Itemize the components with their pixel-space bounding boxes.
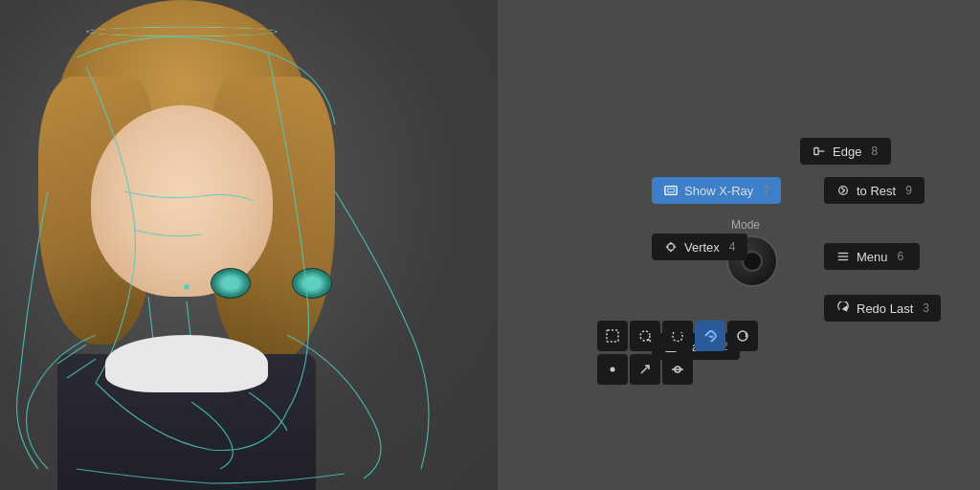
circle-select-tool[interactable] (630, 321, 660, 351)
vertex-button[interactable]: Vertex 4 (652, 234, 747, 260)
svg-line-23 (648, 339, 651, 342)
svg-rect-21 (607, 330, 618, 342)
extrude-tool[interactable] (630, 354, 660, 385)
to-rest-button[interactable]: to Rest 9 (824, 177, 924, 204)
mode-label: Mode (731, 218, 760, 232)
toolbar-row-2 (597, 354, 758, 385)
svg-point-10 (668, 244, 675, 251)
link-tool[interactable] (695, 321, 725, 351)
eye-right (292, 268, 332, 299)
viewport: Edge 8 Show X-Ray 7 to Re (0, 0, 980, 490)
toolbar-row-1 (597, 321, 758, 351)
svg-rect-5 (665, 187, 677, 195)
menu-icon (835, 249, 851, 264)
loop-tool[interactable] (727, 321, 758, 351)
xray-icon (663, 183, 679, 198)
point-tool[interactable] (597, 354, 628, 385)
svg-rect-3 (814, 148, 818, 155)
svg-rect-6 (668, 189, 675, 192)
menu-button[interactable]: Menu 6 (824, 243, 920, 270)
toolbar-strip (597, 321, 758, 385)
svg-point-7 (839, 187, 848, 195)
redo-last-button[interactable]: Redo Last 3 (824, 295, 941, 322)
edge-button[interactable]: Edge 8 (800, 138, 891, 165)
svg-marker-18 (843, 306, 847, 310)
show-xray-button[interactable]: Show X-Ray 7 (652, 177, 781, 204)
ui-panel: Edge 8 Show X-Ray 7 to Re (578, 0, 980, 490)
svg-line-9 (841, 190, 845, 193)
collar-white (105, 335, 268, 392)
redo-icon (835, 301, 851, 316)
svg-line-26 (641, 366, 649, 373)
lasso-select-tool[interactable] (662, 321, 693, 351)
character-face (91, 105, 273, 297)
vertex-icon (663, 239, 679, 255)
edge-icon (812, 144, 827, 159)
box-select-tool[interactable] (597, 321, 628, 351)
slide-tool[interactable] (662, 354, 693, 385)
eye-left (211, 268, 251, 299)
halo-ring (86, 27, 278, 36)
torest-icon (835, 183, 851, 198)
svg-point-25 (611, 368, 615, 372)
character-area (0, 0, 498, 490)
